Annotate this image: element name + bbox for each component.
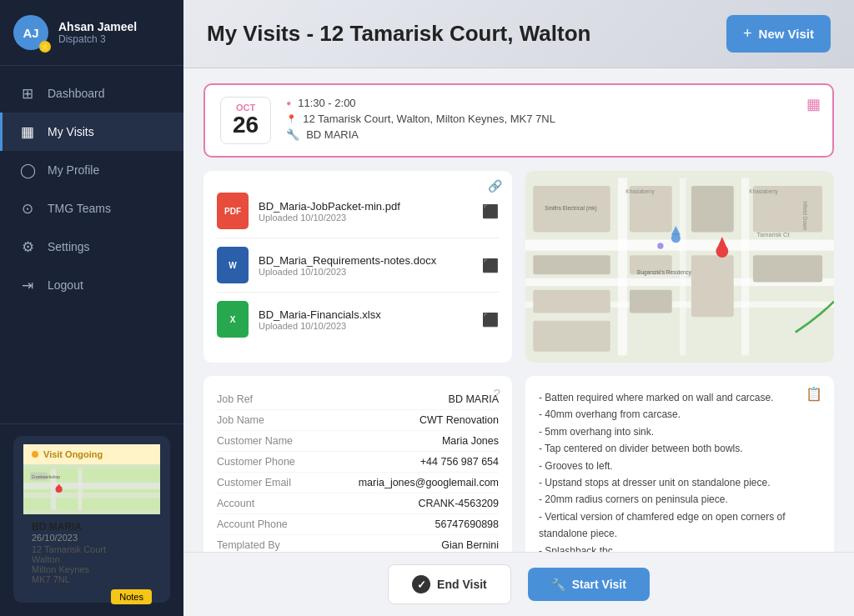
page-title: My Visits - 12 Tamarisk Court, Walton — [207, 21, 590, 47]
file-save-icon[interactable]: ⬛ — [482, 203, 499, 219]
wrench-icon: 🔧 — [286, 128, 299, 141]
sidebar-item-logout[interactable]: ⇥ Logout — [0, 266, 183, 304]
link-icon: 🔗 — [488, 179, 502, 193]
ongoing-address: 12 Tamarisk Court Walton Milton Keynes M… — [32, 544, 152, 584]
visit-status-icon: ▦ — [806, 95, 821, 113]
info-row: Templated By Gian Bernini — [217, 535, 499, 552]
sidebar-item-label: TMG Teams — [48, 202, 111, 215]
start-visit-button[interactable]: 🔧 Start Visit — [528, 568, 650, 601]
sidebar-item-settings[interactable]: ⚙ Settings — [0, 228, 183, 266]
svg-rect-1 — [23, 483, 160, 489]
time-dot: ● — [286, 98, 291, 108]
user-name: Ahsan Jameel — [58, 20, 137, 33]
info-row: Customer Email maria_jones@googlemail.co… — [217, 473, 499, 493]
svg-text:Hfield Down: Hfield Down — [802, 201, 808, 230]
sidebar-item-label: Dashboard — [48, 87, 105, 100]
file-name: BD_Maria_Requirements-notes.docx — [259, 254, 472, 267]
file-name: BD_Maria-Financials.xlsx — [259, 308, 472, 321]
file-info: BD_Maria_Requirements-notes.docx Uploade… — [259, 254, 472, 277]
info-row: Job Ref BD MARIA — [217, 389, 499, 410]
checkmark-icon: ✓ — [412, 575, 430, 593]
svg-rect-26 — [691, 255, 734, 317]
new-visit-button[interactable]: + New Visit — [726, 15, 831, 53]
visit-time: 11:30 - 2:00 — [298, 97, 355, 109]
sidebar-item-tmg-teams[interactable]: ⊙ TMG Teams — [0, 189, 183, 228]
visit-details: ● 11:30 - 2:00 📍 12 Tamarisk Court, Walt… — [286, 97, 817, 144]
info-label: Account — [217, 498, 254, 509]
logout-icon: ⇥ — [19, 277, 36, 293]
plus-icon: + — [743, 25, 752, 43]
main-header: My Visits - 12 Tamarisk Court, Walton + … — [183, 0, 854, 68]
sidebar-header: AJ ⭐ Ahsan Jameel Dispatch 3 — [0, 0, 183, 66]
info-row: Customer Name Maria Jones — [217, 431, 499, 452]
svg-point-37 — [657, 243, 663, 248]
main-content: My Visits - 12 Tamarisk Court, Walton + … — [183, 0, 854, 616]
visit-time-row: ● 11:30 - 2:00 — [286, 97, 817, 109]
files-card: 🔗 PDF BD_Maria-JobPacket-min.pdf Uploade… — [203, 171, 512, 363]
info-value: BD MARIA — [449, 393, 499, 405]
sidebar-item-dashboard[interactable]: ⊞ Dashboard — [0, 74, 183, 113]
info-value: Gian Bernini — [441, 539, 499, 551]
info-label: Customer Phone — [217, 456, 295, 468]
info-rows: Job Ref BD MARIA Job Name CWT Renovation… — [217, 389, 499, 552]
info-value: maria_jones@googlemail.com — [359, 477, 499, 488]
notes-button[interactable]: Notes — [111, 589, 152, 604]
svg-text:Crankworkshop: Crankworkshop — [32, 475, 60, 479]
file-icon: X — [217, 301, 249, 338]
end-visit-button[interactable]: ✓ End Visit — [388, 564, 511, 604]
sidebar-item-my-visits[interactable]: ▦ My Visits — [0, 113, 183, 151]
notes-card: 📋 - Batten required where marked on wall… — [525, 376, 834, 552]
wrench-start-icon: 🔧 — [551, 578, 565, 591]
file-icon: W — [217, 247, 249, 283]
my-profile-icon: ◯ — [19, 162, 36, 178]
tmg-teams-icon: ⊙ — [19, 200, 36, 217]
info-row: Account Phone 56747690898 — [217, 514, 499, 535]
notes-text: - Batten required where marked on wall a… — [539, 389, 821, 552]
sidebar-item-label: Settings — [48, 240, 90, 253]
bottom-actions: ✓ End Visit 🔧 Start Visit — [183, 552, 854, 616]
visit-date-box: OCT 26 — [220, 97, 271, 144]
visit-name-row: 🔧 BD MARIA — [286, 128, 817, 141]
info-row: Job Name CWT Renovation — [217, 410, 499, 431]
svg-rect-25 — [533, 321, 610, 352]
help-icon[interactable]: ? — [494, 386, 500, 400]
content-area: OCT 26 ● 11:30 - 2:00 📍 12 Tamarisk Cour… — [183, 68, 854, 552]
visit-ongoing-map: Crankworkshop — [23, 464, 160, 514]
visit-address-row: 📍 12 Tamarisk Court, Walton, Milton Keyn… — [286, 113, 817, 125]
job-info-card: ? Job Ref BD MARIA Job Name CWT Renovati… — [203, 376, 512, 552]
visit-ongoing-header: Visit Ongoing — [23, 444, 160, 464]
my-visits-icon: ▦ — [19, 123, 36, 140]
file-save-icon[interactable]: ⬛ — [482, 312, 499, 328]
info-value: 56747690898 — [435, 518, 499, 530]
info-value: +44 756 987 654 — [420, 456, 499, 468]
svg-rect-14 — [741, 178, 749, 356]
file-item[interactable]: PDF BD_Maria-JobPacket-min.pdf Uploaded … — [217, 184, 499, 238]
sidebar-item-my-profile[interactable]: ◯ My Profile — [0, 151, 183, 189]
file-item[interactable]: W BD_Maria_Requirements-notes.docx Uploa… — [217, 238, 499, 293]
visit-ongoing-card: Visit Ongoing Crankworkshop — [13, 436, 170, 603]
svg-rect-13 — [618, 178, 627, 356]
svg-rect-22 — [753, 255, 822, 282]
svg-text:Khasiaberry: Khasiaberry — [749, 188, 778, 195]
info-label: Job Ref — [217, 393, 253, 405]
info-notes-section: ? Job Ref BD MARIA Job Name CWT Renovati… — [203, 376, 834, 552]
sidebar-item-label: Logout — [48, 278, 83, 292]
file-item[interactable]: X BD_Maria-Financials.xlsx Uploaded 10/1… — [217, 293, 499, 346]
visit-ongoing-info: BD MARIA 26/10/2023 12 Tamarisk Court Wa… — [23, 514, 160, 594]
file-save-icon[interactable]: ⬛ — [482, 258, 499, 273]
files-list: PDF BD_Maria-JobPacket-min.pdf Uploaded … — [217, 184, 499, 346]
file-name: BD_Maria-JobPacket-min.pdf — [259, 200, 472, 213]
avatar: AJ ⭐ — [13, 15, 48, 50]
ongoing-status-dot — [32, 451, 38, 458]
dashboard-icon: ⊞ — [19, 85, 36, 102]
info-value: CWT Renovation — [419, 414, 499, 426]
info-label: Job Name — [217, 414, 264, 426]
location-dot: 📍 — [286, 114, 296, 123]
ongoing-date: 26/10/2023 — [32, 533, 82, 543]
map-card: Tamarisk Ct Hfield Down Khasiaberry Khas… — [525, 171, 834, 363]
notes-clipboard-icon: 📋 — [806, 386, 822, 402]
visit-day: 26 — [233, 113, 259, 138]
svg-text:Smiths Electrical (mk): Smiths Electrical (mk) — [545, 205, 597, 212]
svg-rect-15 — [680, 178, 686, 356]
visit-card: OCT 26 ● 11:30 - 2:00 📍 12 Tamarisk Cour… — [203, 83, 834, 158]
